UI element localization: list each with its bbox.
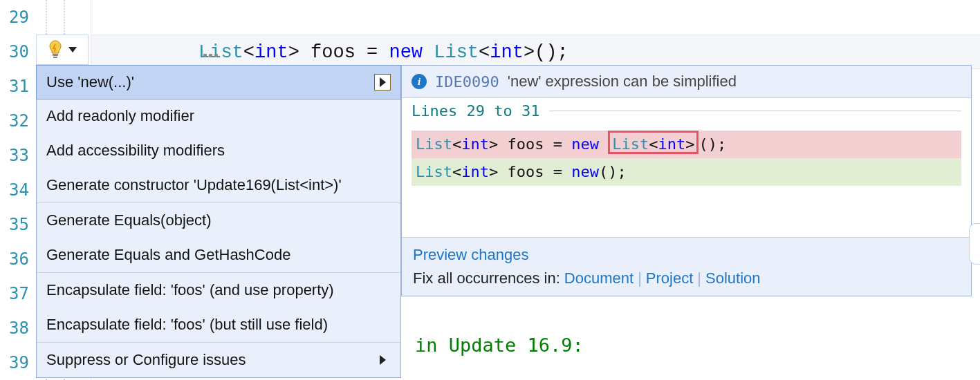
svg-rect-0 (53, 54, 58, 56)
chevron-down-icon (68, 47, 77, 53)
quick-actions-menu: Use 'new(...)' Add readonly modifier Add… (36, 65, 401, 378)
preview-body: Lines 29 to 31 List<int> foos = new List… (402, 98, 971, 237)
svg-rect-1 (53, 57, 57, 58)
diff-added-line: List<int> foos = new(); (412, 158, 961, 186)
quick-action-encapsulate-property[interactable]: Encapsulate field: 'foos' (and use prope… (37, 273, 400, 307)
line-number-gutter: 29 30 31 32 33 34 35 36 37 38 39 40 (0, 0, 33, 380)
quick-action-generate-equals-hash[interactable]: Generate Equals and GetHashCode (37, 238, 400, 272)
quick-action-add-accessibility[interactable]: Add accessibility modifiers (37, 133, 400, 168)
token-comment: in Update 16.9: (415, 334, 584, 356)
diagnostic-message: 'new' expression can be simplified (508, 73, 737, 91)
quick-action-suppress-configure[interactable]: Suppress or Configure issues (37, 343, 400, 377)
margin-widget (969, 223, 980, 265)
line-number: 33 (0, 138, 33, 173)
menu-item-label: Generate constructor 'Update169(List<int… (46, 168, 342, 202)
menu-item-label: Add accessibility modifiers (46, 133, 225, 168)
quick-action-use-new[interactable]: Use 'new(...)' (36, 65, 401, 99)
line-number: 32 (0, 104, 33, 138)
menu-item-label: Suppress or Configure issues (46, 343, 246, 377)
preview-line-range: Lines 29 to 31 (412, 98, 961, 131)
line-number: 35 (0, 207, 33, 242)
line-number: 31 (0, 69, 33, 104)
quick-action-encapsulate-field[interactable]: Encapsulate field: 'foos' (but still use… (37, 307, 400, 342)
menu-item-label: Generate Equals(object) (46, 203, 211, 238)
token-keyword: int (255, 42, 288, 63)
token: < (479, 42, 490, 63)
line-number: 38 (0, 311, 33, 345)
token-type: List (198, 42, 243, 63)
token-keyword: new (389, 42, 423, 63)
token: > foos = (288, 42, 389, 63)
code-line[interactable]: in Update 16.9: (415, 334, 584, 356)
fix-all-project-link[interactable]: Project (646, 269, 693, 287)
menu-item-label: Encapsulate field: 'foos' (and use prope… (46, 273, 334, 307)
preview-header: i IDE0090 'new' expression can be simpli… (402, 66, 971, 98)
line-number: 37 (0, 276, 33, 311)
line-number: 36 (0, 242, 33, 276)
info-icon: i (412, 74, 427, 89)
quick-action-generate-equals[interactable]: Generate Equals(object) (37, 203, 400, 238)
menu-item-label: Add readonly modifier (46, 99, 194, 133)
token (423, 42, 434, 63)
quick-actions-lightbulb-button[interactable] (36, 35, 89, 65)
diagnostic-id[interactable]: IDE0090 (435, 73, 499, 91)
code-line[interactable]: List<int> foos = new List<int>(); (91, 35, 980, 69)
token: >(); (524, 42, 568, 63)
token-keyword: int (490, 42, 524, 63)
fix-all-document-link[interactable]: Document (564, 269, 634, 287)
quick-action-generate-constructor[interactable]: Generate constructor 'Update169(List<int… (37, 168, 400, 202)
line-number: 34 (0, 173, 33, 207)
lightbulb-icon (48, 40, 63, 59)
range-label: Lines 29 to 31 (412, 102, 539, 120)
line-number: 29 (0, 0, 33, 35)
menu-item-label: Generate Equals and GetHashCode (46, 238, 290, 272)
submenu-indicator-icon (374, 352, 391, 368)
quick-action-add-readonly[interactable]: Add readonly modifier (37, 99, 400, 133)
preview-changes-link[interactable]: Preview changes (413, 246, 529, 263)
preview-footer: Preview changes Fix all occurrences in: … (402, 237, 971, 296)
token: < (243, 42, 255, 63)
line-number: 39 (0, 345, 33, 380)
line-number: 30 (0, 35, 33, 69)
diff-removed-line: List<int> foos = new List<int>(); (412, 131, 961, 158)
fix-all-solution-link[interactable]: Solution (705, 269, 761, 287)
quick-action-preview-pane: i IDE0090 'new' expression can be simpli… (401, 65, 972, 296)
menu-item-label: Encapsulate field: 'foos' (but still use… (46, 307, 328, 342)
token-type: List (434, 42, 479, 63)
diff-removed-highlight: List<int> (608, 131, 699, 154)
menu-item-label: Use 'new(...)' (46, 65, 134, 99)
code-suggestion-dots-icon (203, 54, 218, 57)
submenu-indicator-icon (374, 74, 391, 91)
fix-all-label: Fix all occurrences in: (413, 269, 564, 287)
